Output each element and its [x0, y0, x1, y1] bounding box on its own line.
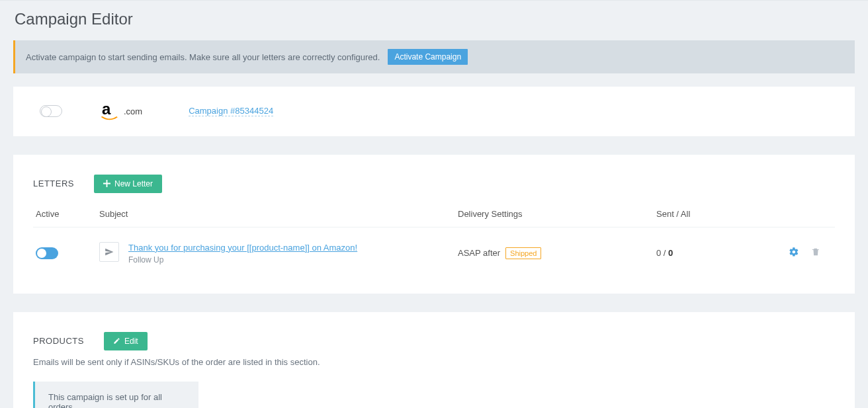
products-section-title: PRODUCTS	[33, 336, 84, 346]
delivery-prefix: ASAP after	[458, 248, 500, 258]
letter-subtype: Follow Up	[128, 255, 357, 265]
trash-icon[interactable]	[811, 247, 820, 259]
plus-icon	[103, 180, 110, 187]
campaign-active-toggle[interactable]	[40, 105, 62, 117]
page-title: Campaign Editor	[0, 0, 868, 40]
edit-label: Edit	[124, 337, 138, 346]
col-subject: Subject	[99, 209, 458, 219]
col-sent: Sent / All	[656, 209, 789, 219]
new-letter-button[interactable]: New Letter	[94, 175, 162, 193]
letters-section-title: LETTERS	[33, 179, 74, 188]
table-row: Thank you for purchasing your [[product-…	[33, 227, 835, 271]
products-card: PRODUCTS Edit Emails will be sent only i…	[13, 312, 855, 409]
send-icon	[99, 242, 119, 262]
products-info-box: This campaign is set up for all orders	[33, 382, 198, 409]
marketplace-logo: a .com	[102, 101, 142, 122]
letter-active-toggle[interactable]	[36, 247, 58, 259]
gear-icon[interactable]	[789, 247, 799, 259]
marketplace-domain: .com	[124, 106, 142, 116]
col-active: Active	[33, 209, 99, 219]
activate-alert: Activate campaign to start sending email…	[13, 40, 855, 73]
new-letter-label: New Letter	[114, 179, 153, 188]
activate-campaign-button[interactable]: Activate Campaign	[388, 49, 468, 65]
pencil-icon	[113, 337, 120, 345]
alert-text: Activate campaign to start sending email…	[26, 52, 380, 62]
campaign-name-link[interactable]: Campaign #85344524	[189, 106, 273, 116]
col-delivery: Delivery Settings	[458, 209, 656, 219]
campaign-header-card: a .com Campaign #85344524	[13, 87, 855, 136]
sent-all-cell: 0 / 0	[656, 248, 789, 258]
products-note: Emails will be sent only if ASINs/SKUs o…	[33, 357, 835, 367]
letters-table-header: Active Subject Delivery Settings Sent / …	[33, 205, 835, 227]
amazon-a-icon: a	[102, 100, 110, 118]
status-badge: Shipped	[505, 247, 541, 259]
edit-products-button[interactable]: Edit	[104, 332, 148, 350]
letters-card: LETTERS New Letter Active Subject Delive…	[13, 155, 855, 294]
letter-subject-link[interactable]: Thank you for purchasing your [[product-…	[128, 243, 357, 253]
